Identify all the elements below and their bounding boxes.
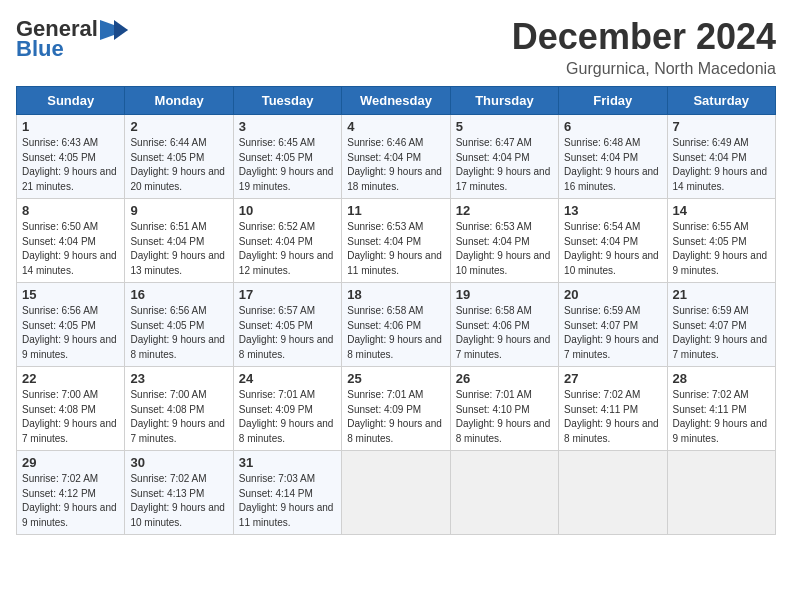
title-area: December 2024 Gurgurnica, North Macedoni… <box>512 16 776 78</box>
day-number: 13 <box>564 203 661 218</box>
day-info: Sunrise: 6:56 AMSunset: 4:05 PMDaylight:… <box>22 305 117 360</box>
day-info: Sunrise: 6:44 AMSunset: 4:05 PMDaylight:… <box>130 137 225 192</box>
calendar-cell: 24Sunrise: 7:01 AMSunset: 4:09 PMDayligh… <box>233 367 341 451</box>
day-info: Sunrise: 7:02 AMSunset: 4:11 PMDaylight:… <box>673 389 768 444</box>
day-info: Sunrise: 7:01 AMSunset: 4:10 PMDaylight:… <box>456 389 551 444</box>
day-number: 24 <box>239 371 336 386</box>
svg-marker-1 <box>114 20 128 40</box>
col-monday: Monday <box>125 87 233 115</box>
calendar-cell: 3Sunrise: 6:45 AMSunset: 4:05 PMDaylight… <box>233 115 341 199</box>
day-number: 5 <box>456 119 553 134</box>
day-number: 27 <box>564 371 661 386</box>
calendar-cell: 22Sunrise: 7:00 AMSunset: 4:08 PMDayligh… <box>17 367 125 451</box>
calendar-cell: 5Sunrise: 6:47 AMSunset: 4:04 PMDaylight… <box>450 115 558 199</box>
calendar-cell: 2Sunrise: 6:44 AMSunset: 4:05 PMDaylight… <box>125 115 233 199</box>
day-info: Sunrise: 7:02 AMSunset: 4:12 PMDaylight:… <box>22 473 117 528</box>
calendar-cell: 19Sunrise: 6:58 AMSunset: 4:06 PMDayligh… <box>450 283 558 367</box>
day-info: Sunrise: 7:00 AMSunset: 4:08 PMDaylight:… <box>130 389 225 444</box>
day-info: Sunrise: 7:00 AMSunset: 4:08 PMDaylight:… <box>22 389 117 444</box>
calendar-cell: 29Sunrise: 7:02 AMSunset: 4:12 PMDayligh… <box>17 451 125 535</box>
day-number: 15 <box>22 287 119 302</box>
day-number: 14 <box>673 203 770 218</box>
day-info: Sunrise: 6:46 AMSunset: 4:04 PMDaylight:… <box>347 137 442 192</box>
calendar-cell: 11Sunrise: 6:53 AMSunset: 4:04 PMDayligh… <box>342 199 450 283</box>
day-number: 16 <box>130 287 227 302</box>
calendar-cell: 30Sunrise: 7:02 AMSunset: 4:13 PMDayligh… <box>125 451 233 535</box>
calendar-cell <box>342 451 450 535</box>
day-info: Sunrise: 7:02 AMSunset: 4:11 PMDaylight:… <box>564 389 659 444</box>
calendar-cell: 9Sunrise: 6:51 AMSunset: 4:04 PMDaylight… <box>125 199 233 283</box>
day-info: Sunrise: 7:01 AMSunset: 4:09 PMDaylight:… <box>239 389 334 444</box>
calendar-cell: 18Sunrise: 6:58 AMSunset: 4:06 PMDayligh… <box>342 283 450 367</box>
logo-flag-icon <box>100 20 128 40</box>
col-friday: Friday <box>559 87 667 115</box>
col-thursday: Thursday <box>450 87 558 115</box>
day-number: 2 <box>130 119 227 134</box>
day-number: 19 <box>456 287 553 302</box>
calendar-table: Sunday Monday Tuesday Wednesday Thursday… <box>16 86 776 535</box>
location-title: Gurgurnica, North Macedonia <box>512 60 776 78</box>
day-info: Sunrise: 6:51 AMSunset: 4:04 PMDaylight:… <box>130 221 225 276</box>
day-number: 1 <box>22 119 119 134</box>
calendar-cell: 25Sunrise: 7:01 AMSunset: 4:09 PMDayligh… <box>342 367 450 451</box>
day-info: Sunrise: 6:59 AMSunset: 4:07 PMDaylight:… <box>564 305 659 360</box>
logo-blue: Blue <box>16 36 64 62</box>
day-info: Sunrise: 7:02 AMSunset: 4:13 PMDaylight:… <box>130 473 225 528</box>
calendar-cell: 27Sunrise: 7:02 AMSunset: 4:11 PMDayligh… <box>559 367 667 451</box>
logo: General Blue <box>16 16 128 62</box>
day-info: Sunrise: 6:49 AMSunset: 4:04 PMDaylight:… <box>673 137 768 192</box>
calendar-cell <box>667 451 775 535</box>
day-number: 6 <box>564 119 661 134</box>
day-info: Sunrise: 6:47 AMSunset: 4:04 PMDaylight:… <box>456 137 551 192</box>
day-info: Sunrise: 6:58 AMSunset: 4:06 PMDaylight:… <box>347 305 442 360</box>
day-info: Sunrise: 6:53 AMSunset: 4:04 PMDaylight:… <box>456 221 551 276</box>
day-number: 3 <box>239 119 336 134</box>
day-number: 28 <box>673 371 770 386</box>
calendar-cell: 7Sunrise: 6:49 AMSunset: 4:04 PMDaylight… <box>667 115 775 199</box>
day-number: 7 <box>673 119 770 134</box>
calendar-cell: 28Sunrise: 7:02 AMSunset: 4:11 PMDayligh… <box>667 367 775 451</box>
day-number: 10 <box>239 203 336 218</box>
day-info: Sunrise: 6:54 AMSunset: 4:04 PMDaylight:… <box>564 221 659 276</box>
calendar-cell: 8Sunrise: 6:50 AMSunset: 4:04 PMDaylight… <box>17 199 125 283</box>
day-number: 26 <box>456 371 553 386</box>
header: General Blue December 2024 Gurgurnica, N… <box>16 16 776 78</box>
day-number: 8 <box>22 203 119 218</box>
day-info: Sunrise: 7:03 AMSunset: 4:14 PMDaylight:… <box>239 473 334 528</box>
month-title: December 2024 <box>512 16 776 58</box>
day-info: Sunrise: 7:01 AMSunset: 4:09 PMDaylight:… <box>347 389 442 444</box>
header-row: Sunday Monday Tuesday Wednesday Thursday… <box>17 87 776 115</box>
calendar-row-0: 1Sunrise: 6:43 AMSunset: 4:05 PMDaylight… <box>17 115 776 199</box>
calendar-body: 1Sunrise: 6:43 AMSunset: 4:05 PMDaylight… <box>17 115 776 535</box>
day-info: Sunrise: 6:48 AMSunset: 4:04 PMDaylight:… <box>564 137 659 192</box>
calendar-cell: 26Sunrise: 7:01 AMSunset: 4:10 PMDayligh… <box>450 367 558 451</box>
day-info: Sunrise: 6:56 AMSunset: 4:05 PMDaylight:… <box>130 305 225 360</box>
calendar-cell: 21Sunrise: 6:59 AMSunset: 4:07 PMDayligh… <box>667 283 775 367</box>
calendar-cell <box>559 451 667 535</box>
col-sunday: Sunday <box>17 87 125 115</box>
calendar-cell: 14Sunrise: 6:55 AMSunset: 4:05 PMDayligh… <box>667 199 775 283</box>
day-number: 20 <box>564 287 661 302</box>
day-number: 22 <box>22 371 119 386</box>
calendar-cell: 1Sunrise: 6:43 AMSunset: 4:05 PMDaylight… <box>17 115 125 199</box>
day-info: Sunrise: 6:43 AMSunset: 4:05 PMDaylight:… <box>22 137 117 192</box>
calendar-cell: 23Sunrise: 7:00 AMSunset: 4:08 PMDayligh… <box>125 367 233 451</box>
day-number: 25 <box>347 371 444 386</box>
calendar-cell: 17Sunrise: 6:57 AMSunset: 4:05 PMDayligh… <box>233 283 341 367</box>
day-info: Sunrise: 6:58 AMSunset: 4:06 PMDaylight:… <box>456 305 551 360</box>
day-number: 9 <box>130 203 227 218</box>
calendar-cell <box>450 451 558 535</box>
calendar-cell: 6Sunrise: 6:48 AMSunset: 4:04 PMDaylight… <box>559 115 667 199</box>
day-number: 12 <box>456 203 553 218</box>
day-info: Sunrise: 6:45 AMSunset: 4:05 PMDaylight:… <box>239 137 334 192</box>
calendar-row-4: 29Sunrise: 7:02 AMSunset: 4:12 PMDayligh… <box>17 451 776 535</box>
calendar-cell: 20Sunrise: 6:59 AMSunset: 4:07 PMDayligh… <box>559 283 667 367</box>
day-number: 11 <box>347 203 444 218</box>
day-info: Sunrise: 6:59 AMSunset: 4:07 PMDaylight:… <box>673 305 768 360</box>
calendar-cell: 12Sunrise: 6:53 AMSunset: 4:04 PMDayligh… <box>450 199 558 283</box>
day-info: Sunrise: 6:52 AMSunset: 4:04 PMDaylight:… <box>239 221 334 276</box>
calendar-row-1: 8Sunrise: 6:50 AMSunset: 4:04 PMDaylight… <box>17 199 776 283</box>
calendar-row-2: 15Sunrise: 6:56 AMSunset: 4:05 PMDayligh… <box>17 283 776 367</box>
calendar-cell: 15Sunrise: 6:56 AMSunset: 4:05 PMDayligh… <box>17 283 125 367</box>
day-number: 21 <box>673 287 770 302</box>
